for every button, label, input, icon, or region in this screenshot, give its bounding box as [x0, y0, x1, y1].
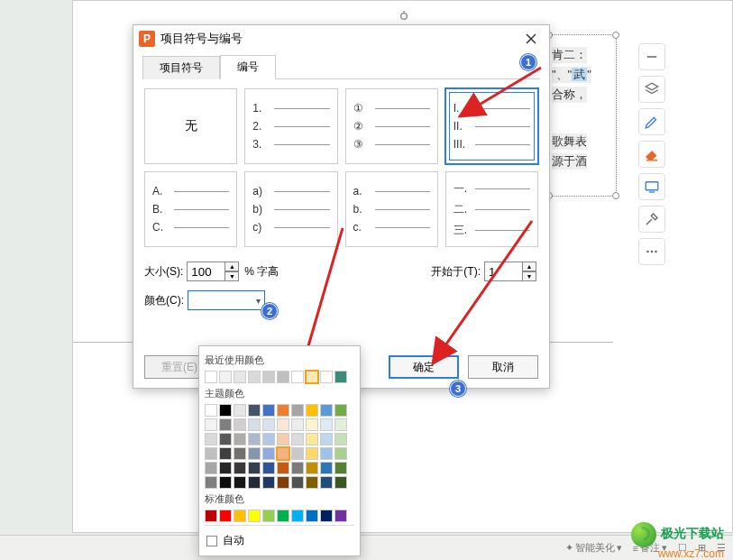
color-swatch[interactable] — [205, 404, 217, 417]
color-swatch[interactable] — [234, 510, 246, 522]
dialog-close-button[interactable] — [518, 28, 544, 50]
color-swatch[interactable] — [291, 418, 304, 431]
tools-button[interactable] — [638, 206, 665, 233]
color-swatch[interactable] — [334, 510, 347, 522]
color-swatch[interactable] — [320, 462, 333, 474]
color-swatch[interactable] — [291, 404, 304, 417]
color-swatch[interactable] — [306, 371, 318, 383]
color-swatch[interactable] — [219, 462, 232, 474]
size-input[interactable] — [187, 262, 224, 281]
numbering-style-none[interactable]: 无 — [144, 88, 237, 164]
color-swatch[interactable] — [234, 476, 246, 489]
numbering-style-lower-alpha-dot[interactable]: a. b. c. — [345, 171, 438, 247]
color-swatch[interactable] — [205, 462, 217, 474]
size-up[interactable]: ▲ — [224, 262, 239, 271]
color-swatch[interactable] — [320, 510, 333, 522]
color-swatch[interactable] — [248, 510, 261, 522]
color-swatch[interactable] — [248, 447, 261, 460]
color-swatch[interactable] — [320, 418, 333, 431]
color-swatch[interactable] — [262, 447, 275, 460]
more-button[interactable] — [638, 238, 665, 265]
color-swatch[interactable] — [219, 404, 232, 417]
numbering-style-lower-alpha-paren[interactable]: a) b) c) — [244, 171, 337, 247]
smart-beautify-button[interactable]: ✦ 智能美化 ▾ — [565, 541, 622, 555]
color-swatch[interactable] — [248, 404, 261, 417]
color-swatch[interactable] — [334, 404, 347, 417]
numbering-style-circled[interactable]: ① ② ③ — [345, 88, 438, 164]
color-swatch[interactable] — [205, 433, 217, 445]
start-input[interactable] — [484, 262, 522, 281]
color-swatch[interactable] — [234, 462, 246, 474]
color-swatch[interactable] — [219, 433, 232, 445]
color-swatch[interactable] — [262, 462, 275, 474]
dialog-titlebar[interactable]: P 项目符号与编号 — [133, 25, 549, 52]
color-swatch[interactable] — [262, 476, 275, 489]
color-swatch[interactable] — [248, 433, 261, 445]
color-swatch[interactable] — [320, 371, 333, 383]
start-down[interactable]: ▼ — [522, 271, 536, 281]
color-swatch[interactable] — [205, 476, 217, 489]
pen-button[interactable] — [638, 108, 665, 135]
color-swatch[interactable] — [306, 462, 318, 474]
color-swatch[interactable] — [234, 433, 246, 445]
color-swatch[interactable] — [291, 447, 304, 460]
color-swatch[interactable] — [334, 418, 347, 431]
color-swatch[interactable] — [306, 404, 318, 417]
start-spinner[interactable]: ▲▼ — [484, 262, 538, 281]
color-swatch[interactable] — [248, 418, 261, 431]
color-swatch[interactable] — [291, 510, 304, 522]
color-swatch[interactable] — [248, 371, 261, 383]
color-swatch[interactable] — [277, 433, 289, 445]
color-swatch[interactable] — [262, 404, 275, 417]
numbering-style-chinese[interactable]: 一. 二. 三. — [445, 171, 538, 247]
color-swatch[interactable] — [262, 510, 275, 522]
color-swatch[interactable] — [334, 476, 347, 489]
layers-button[interactable] — [638, 76, 665, 103]
color-swatch[interactable] — [277, 476, 289, 489]
color-swatch[interactable] — [248, 462, 261, 474]
color-swatch[interactable] — [291, 462, 304, 474]
color-swatch[interactable] — [205, 447, 217, 460]
color-swatch[interactable] — [219, 510, 232, 522]
ok-button[interactable]: 确定 — [389, 355, 459, 379]
color-swatch[interactable] — [320, 404, 333, 417]
size-spinner[interactable]: ▲▼ — [187, 262, 241, 281]
numbering-style-roman[interactable]: I. II. III. — [445, 88, 538, 164]
color-swatch[interactable] — [306, 476, 318, 489]
color-swatch[interactable] — [306, 418, 318, 431]
color-swatch[interactable] — [334, 447, 347, 460]
start-up[interactable]: ▲ — [522, 262, 536, 271]
color-swatch[interactable] — [306, 433, 318, 445]
color-swatch[interactable] — [277, 371, 289, 383]
color-swatch[interactable] — [334, 371, 347, 383]
color-swatch[interactable] — [234, 404, 246, 417]
auto-color-button[interactable]: 自动 — [205, 529, 354, 552]
cancel-button[interactable]: 取消 — [468, 355, 538, 379]
numbering-style-arabic-dot[interactable]: 1. 2. 3. — [244, 88, 337, 164]
color-swatch[interactable] — [291, 371, 304, 383]
color-swatch[interactable] — [248, 476, 261, 489]
eraser-button[interactable] — [638, 141, 665, 168]
color-swatch[interactable] — [205, 510, 217, 522]
color-swatch[interactable] — [219, 371, 232, 383]
color-swatch[interactable] — [277, 404, 289, 417]
color-swatch[interactable] — [334, 462, 347, 474]
color-swatch[interactable] — [262, 433, 275, 445]
color-swatch[interactable] — [277, 418, 289, 431]
color-swatch[interactable] — [306, 447, 318, 460]
color-swatch[interactable] — [320, 447, 333, 460]
color-swatch[interactable] — [234, 371, 246, 383]
color-swatch[interactable] — [219, 418, 232, 431]
color-swatch[interactable] — [291, 433, 304, 445]
color-swatch[interactable] — [306, 510, 318, 522]
monitor-button[interactable] — [638, 173, 665, 200]
color-swatch[interactable] — [234, 418, 246, 431]
tab-bullets[interactable]: 项目符号 — [142, 56, 220, 79]
size-down[interactable]: ▼ — [224, 271, 239, 281]
color-swatch[interactable] — [219, 447, 232, 460]
color-swatch[interactable] — [277, 462, 289, 474]
color-swatch[interactable] — [334, 433, 347, 445]
color-swatch[interactable] — [277, 510, 289, 522]
tab-numbers[interactable]: 编号 — [220, 55, 276, 79]
color-swatch[interactable] — [234, 447, 246, 460]
